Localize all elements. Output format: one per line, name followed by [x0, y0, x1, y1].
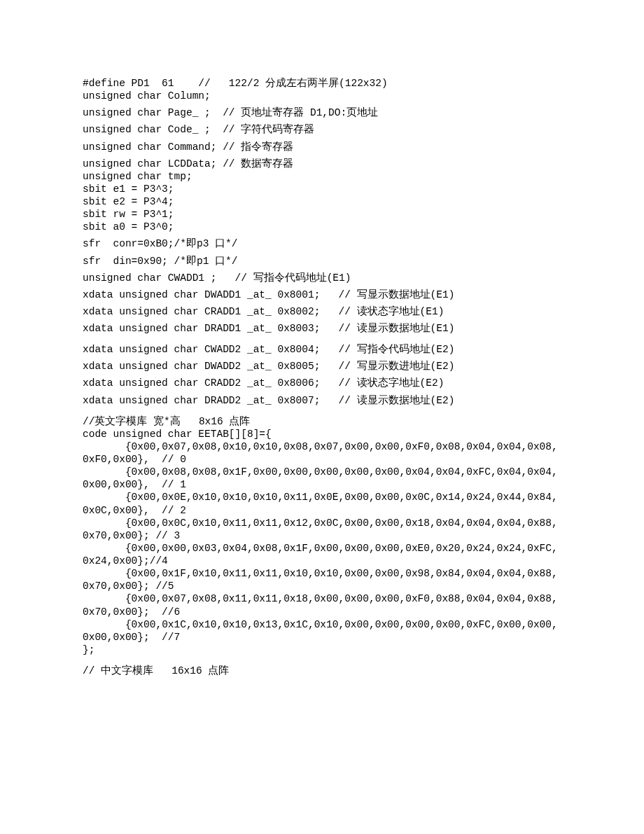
code-line: xdata unsigned char CRADD2 _at_ 0x8006; …: [83, 377, 561, 389]
code-line: unsigned char Code_ ; // 字符代码寄存器: [83, 123, 561, 136]
code-line: sfr din=0x90; /*即p1 口*/: [83, 255, 561, 267]
code-line: {0x00,0x00,0x03,0x04,0x08,0x1F,0x00,0x00…: [83, 542, 561, 567]
code-line: #define PD1 61 // 122/2 分成左右两半屏(122x32): [83, 77, 561, 90]
code-line: code unsigned char EETAB[][8]={: [83, 428, 561, 440]
code-line: {0x00,0x07,0x08,0x11,0x11,0x18,0x00,0x00…: [83, 592, 561, 618]
code-line: {0x00,0x07,0x08,0x10,0x10,0x08,0x07,0x00…: [83, 440, 561, 466]
code-line: xdata unsigned char DRADD2 _at_ 0x8007; …: [83, 394, 561, 407]
code-line: unsigned char Page_ ; // 页地址寄存器 D1,DO:页地…: [83, 106, 561, 119]
code-line: xdata unsigned char CRADD1 _at_ 0x8002; …: [83, 305, 561, 318]
code-document: #define PD1 61 // 122/2 分成左右两半屏(122x32)u…: [0, 0, 644, 719]
code-line: {0x00,0x0C,0x10,0x11,0x11,0x12,0x0C,0x00…: [83, 517, 561, 542]
code-line: xdata unsigned char DRADD1 _at_ 0x8003; …: [83, 322, 561, 335]
code-line: xdata unsigned char DWADD2 _at_ 0x8005; …: [83, 360, 561, 373]
code-line: unsigned char CWADD1 ; // 写指令代码地址(E1): [83, 272, 561, 284]
code-line: // 中文字模库 16x16 点阵: [83, 665, 561, 677]
code-line: unsigned char Column;: [83, 90, 561, 102]
code-line: unsigned char LCDData; // 数据寄存器: [83, 158, 561, 170]
code-line: {0x00,0x1F,0x10,0x11,0x11,0x10,0x10,0x00…: [83, 567, 561, 592]
code-line: {0x00,0x08,0x08,0x1F,0x00,0x00,0x00,0x00…: [83, 466, 561, 491]
code-line: sbit rw = P3^1;: [83, 208, 561, 221]
code-line: sbit e1 = P3^3;: [83, 183, 561, 195]
code-line: {0x00,0x0E,0x10,0x10,0x10,0x11,0x0E,0x00…: [83, 491, 561, 516]
code-line: unsigned char Command; // 指令寄存器: [83, 141, 561, 153]
code-line: unsigned char tmp;: [83, 170, 561, 183]
code-line: sfr conr=0xB0;/*即p3 口*/: [83, 237, 561, 250]
code-line: };: [83, 644, 561, 656]
code-line: {0x00,0x1C,0x10,0x10,0x13,0x1C,0x10,0x00…: [83, 618, 561, 644]
code-line: xdata unsigned char CWADD2 _at_ 0x8004; …: [83, 343, 561, 356]
code-line: sbit a0 = P3^0;: [83, 221, 561, 233]
code-line: sbit e2 = P3^4;: [83, 195, 561, 208]
code-line: xdata unsigned char DWADD1 _at_ 0x8001; …: [83, 289, 561, 301]
code-line: //英文字模库 宽*高 8x16 点阵: [83, 415, 561, 428]
